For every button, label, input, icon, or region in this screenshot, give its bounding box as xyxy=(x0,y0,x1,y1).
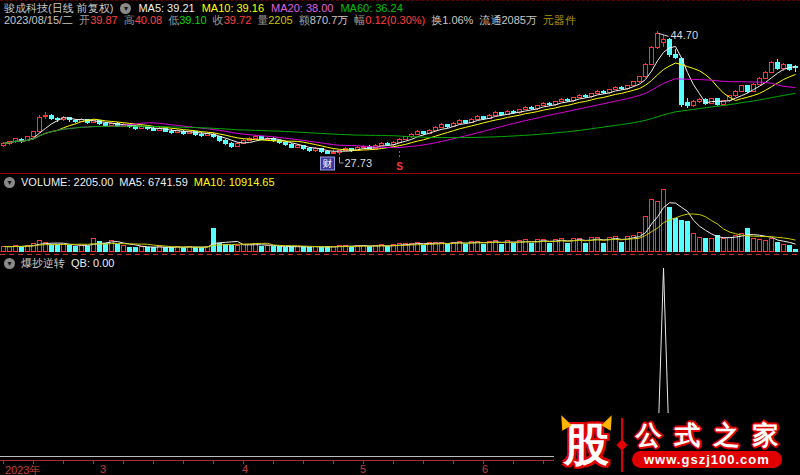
stock-title: 骏成科技(日线 前复权) xyxy=(4,3,113,14)
chevron-down-icon[interactable]: ▾ xyxy=(120,3,131,14)
volume-bars xyxy=(2,189,798,251)
quote-amount: 额870.7万 xyxy=(299,15,349,26)
month-label: 4 xyxy=(242,463,248,475)
sell-signal-label: S xyxy=(396,161,403,172)
chart-canvas[interactable]: 44.7027.73财S xyxy=(0,1,800,475)
main-chart-header: 骏成科技(日线 前复权) ▾ MA5: 39.21 MA10: 39.16 MA… xyxy=(4,3,403,14)
ma20-line xyxy=(4,79,796,148)
ma60-line xyxy=(4,93,796,143)
quote-volume: 量2205 xyxy=(257,15,292,26)
finance-badge: 财 xyxy=(323,158,333,169)
quote-date: 2023/08/15/二 xyxy=(4,15,73,26)
quote-close: 收39.72 xyxy=(213,15,252,26)
ma60-value: MA60: 36.24 xyxy=(340,3,402,14)
site-logo: 股 公式之家 www.gszj100.com xyxy=(554,413,800,475)
quote-turnover: 换1.06% xyxy=(431,15,473,26)
ma20-value: MA20: 38.00 xyxy=(271,3,333,14)
month-label: 5 xyxy=(360,463,366,475)
chevron-down-icon[interactable]: ▾ xyxy=(4,177,15,188)
logo-title: 公式之家 xyxy=(635,422,791,448)
quote-high: 高40.08 xyxy=(124,15,163,26)
ma10-line xyxy=(4,63,796,150)
quote-float: 流通2085万 xyxy=(479,15,536,26)
low-price-label: 27.73 xyxy=(345,157,373,169)
diamond-icon xyxy=(616,439,627,450)
volume-pane-header: ▾ VOLUME: 2205.00 MA5: 6741.59 MA10: 109… xyxy=(4,177,275,188)
quote-range: 幅0.12(0.30%) xyxy=(354,15,425,26)
axis-year-label: 2023年 xyxy=(5,463,40,475)
ma10-value: MA10: 39.16 xyxy=(202,3,264,14)
quote-low: 低39.10 xyxy=(168,15,207,26)
indicator-pane-header: ▾ 爆抄逆转 QB: 0.00 xyxy=(4,258,114,269)
high-price-label: 44.70 xyxy=(671,29,699,41)
quote-line: 2023/08/15/二 开39.87 高40.08 低39.10 收39.72… xyxy=(4,15,576,26)
ma5-line xyxy=(4,47,796,152)
volume-ma10: MA10: 10914.65 xyxy=(194,177,275,188)
chart-annotations: 44.7027.73财S xyxy=(321,29,699,172)
quote-open: 开39.87 xyxy=(79,15,118,26)
logo-bull-glyph: 股 xyxy=(564,422,609,467)
indicator-name[interactable]: 爆抄逆转 xyxy=(21,258,65,269)
logo-url[interactable]: www.gszj100.com xyxy=(632,451,782,468)
ma-lines xyxy=(4,47,796,152)
volume-ma5: MA5: 6741.59 xyxy=(119,177,188,188)
logo-divider xyxy=(621,418,623,472)
month-label: 6 xyxy=(482,463,488,475)
chevron-down-icon[interactable]: ▾ xyxy=(4,258,15,269)
volume-value: VOLUME: 2205.00 xyxy=(21,177,113,188)
quote-sector[interactable]: 元器件 xyxy=(543,15,576,26)
ma5-value: MA5: 39.21 xyxy=(138,3,194,14)
month-label: 3 xyxy=(100,463,106,475)
indicator-value: QB: 0.00 xyxy=(71,258,114,269)
tdx-chart-window: 44.7027.73财S 骏成科技(日线 前复权) ▾ MA5: 39.21 M… xyxy=(0,0,800,475)
